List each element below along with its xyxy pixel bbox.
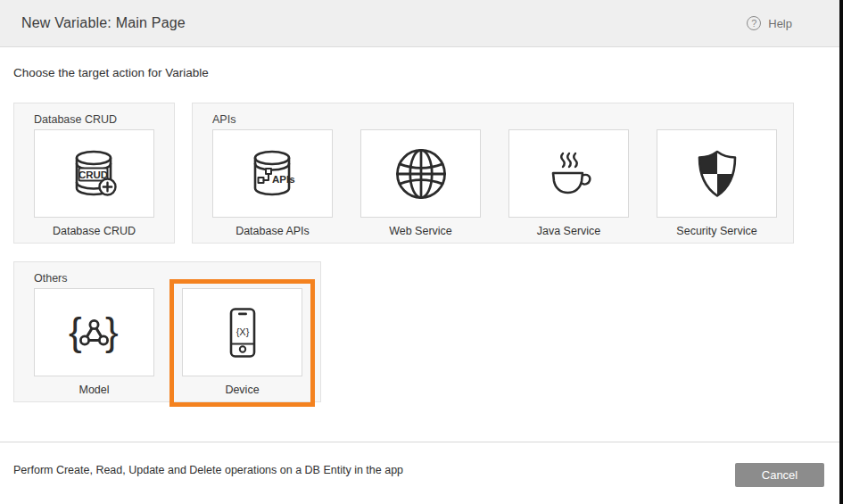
- choose-action-subtitle: Choose the target action for Variable: [13, 66, 843, 79]
- model-icon: { }: [66, 304, 123, 361]
- card-security-service[interactable]: Security Service: [657, 129, 777, 237]
- svg-text:}: }: [105, 310, 119, 353]
- web-service-icon: [391, 144, 451, 204]
- screen-edge: [839, 0, 843, 504]
- group-others: Others { } Model: [13, 261, 321, 402]
- action-description: Perform Create, Read, Update and Delete …: [13, 464, 403, 476]
- crud-icon-text: CRUD: [78, 169, 107, 179]
- database-crud-icon: CRUD: [66, 145, 123, 202]
- group-title: APIs: [212, 113, 793, 126]
- card-web-service[interactable]: Web Service: [360, 129, 481, 237]
- card-label: Java Service: [508, 225, 629, 237]
- dialog-header: New Variable: Main Page ? Help: [0, 0, 843, 47]
- question-circle-icon: ?: [747, 16, 761, 30]
- help-button[interactable]: ? Help: [747, 16, 822, 30]
- card-label: Model: [34, 384, 154, 396]
- group-apis: APIs APIs Database AP: [192, 103, 794, 244]
- groups-row-2: Others { } Model: [13, 261, 843, 402]
- database-apis-icon: APIs: [244, 145, 302, 202]
- dialog-footer: Perform Create, Read, Update and Delete …: [0, 442, 843, 504]
- device-icon: {X}: [214, 304, 271, 361]
- apis-icon-text: APIs: [272, 174, 295, 185]
- selected-card-highlight: {X} Device: [169, 279, 315, 407]
- card-label: Device: [182, 384, 302, 396]
- card-label: Database APIs: [212, 225, 333, 237]
- groups-row-1: Database CRUD CRUD: [13, 103, 843, 244]
- device-icon-text: {X}: [236, 326, 249, 336]
- group-title: Database CRUD: [34, 113, 174, 126]
- cancel-button[interactable]: Cancel: [735, 463, 824, 487]
- card-model[interactable]: { } Model: [34, 288, 154, 396]
- card-database-crud[interactable]: CRUD Database CRUD: [34, 129, 154, 237]
- card-database-apis[interactable]: APIs Database APIs: [212, 129, 333, 237]
- card-device[interactable]: {X} Device: [182, 288, 302, 396]
- help-label: Help: [768, 17, 792, 30]
- card-java-service[interactable]: Java Service: [508, 129, 629, 237]
- page-title: New Variable: Main Page: [21, 15, 186, 31]
- svg-text:{: {: [69, 310, 82, 353]
- card-label: Web Service: [360, 225, 481, 237]
- new-variable-dialog: New Variable: Main Page ? Help Choose th…: [0, 0, 843, 504]
- card-label: Security Service: [657, 225, 777, 237]
- java-service-icon: [541, 145, 598, 202]
- security-service-icon: [689, 145, 746, 202]
- group-database-crud: Database CRUD CRUD: [13, 103, 175, 244]
- card-label: Database CRUD: [34, 225, 154, 237]
